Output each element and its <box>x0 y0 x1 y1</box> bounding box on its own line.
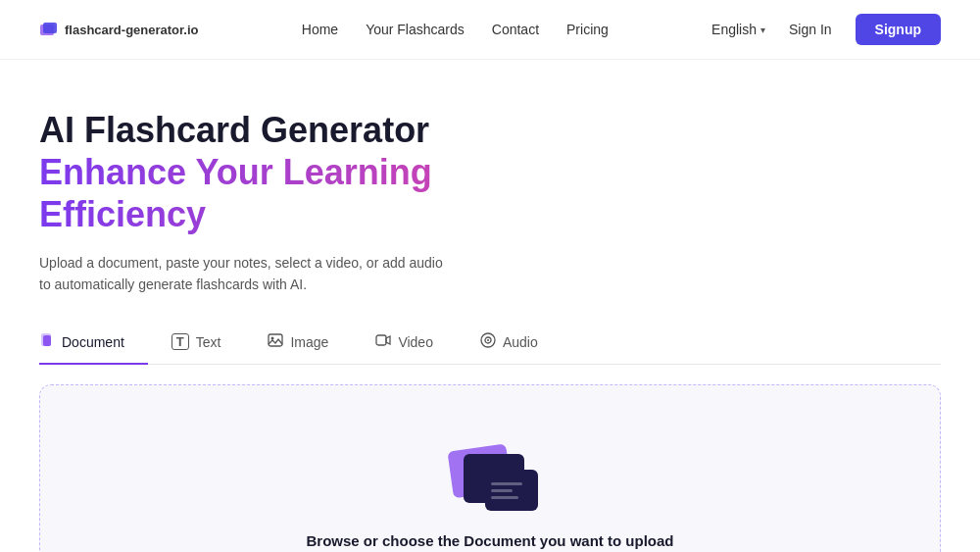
main-nav: Home Your Flashcards Contact Pricing <box>302 22 609 37</box>
nav-pricing[interactable]: Pricing <box>566 22 609 37</box>
svg-rect-6 <box>376 335 386 345</box>
card-line-3 <box>491 496 518 499</box>
svg-point-5 <box>271 337 274 340</box>
chevron-down-icon: ▾ <box>760 25 765 35</box>
tab-audio-label: Audio <box>503 334 538 350</box>
card-front-inner <box>485 470 538 511</box>
logo[interactable]: flashcard-generator.io <box>39 20 199 39</box>
svg-rect-4 <box>269 334 282 346</box>
tabs-bar: Document T Text Image Video Audio <box>39 325 941 365</box>
signup-button[interactable]: Signup <box>856 14 941 45</box>
nav-home[interactable]: Home <box>302 22 338 37</box>
header: flashcard-generator.io Home Your Flashca… <box>0 0 980 60</box>
card-front-decoration <box>464 454 524 503</box>
language-selector[interactable]: English ▾ <box>711 22 765 37</box>
tabs-section: Document T Text Image Video Audio <box>0 295 980 365</box>
tab-image[interactable]: Image <box>268 325 352 365</box>
hero-title-line1: AI Flashcard Generator <box>39 109 647 151</box>
hero-description: Upload a document, paste your notes, sel… <box>39 252 451 296</box>
upload-title: Browse or choose the Document you want t… <box>306 532 673 549</box>
nav-contact[interactable]: Contact <box>492 22 539 37</box>
svg-rect-1 <box>43 23 57 33</box>
logo-text: flashcard-generator.io <box>65 23 199 37</box>
card-line-2 <box>491 489 513 492</box>
audio-icon <box>480 332 496 351</box>
text-icon: T <box>172 333 189 350</box>
tab-video-label: Video <box>398 334 433 350</box>
video-icon <box>375 332 391 351</box>
document-icon <box>39 332 55 351</box>
hero-title-gradient: Enhance Your Learning Efficiency <box>39 151 647 235</box>
header-right: English ▾ Sign In Signup <box>711 14 941 45</box>
tab-text[interactable]: T Text <box>172 325 245 365</box>
upload-dropzone[interactable]: Browse or choose the Document you want t… <box>39 384 941 552</box>
tab-document-label: Document <box>62 334 124 350</box>
upload-section: Browse or choose the Document you want t… <box>0 365 980 552</box>
tab-text-label: Text <box>196 334 221 350</box>
upload-illustration <box>446 444 534 513</box>
svg-point-9 <box>487 339 489 341</box>
image-icon <box>268 332 283 351</box>
hero-title-line2: Enhance Your Learning <box>39 152 432 192</box>
lang-label: English <box>711 22 757 37</box>
hero-title-line3: Efficiency <box>39 194 206 234</box>
hero-section: AI Flashcard Generator Enhance Your Lear… <box>0 60 686 295</box>
nav-flashcards[interactable]: Your Flashcards <box>366 22 465 37</box>
tab-audio[interactable]: Audio <box>480 325 562 365</box>
signin-button[interactable]: Sign In <box>779 16 842 43</box>
card-line-1 <box>491 482 522 485</box>
svg-rect-3 <box>43 335 51 346</box>
tab-image-label: Image <box>290 334 328 350</box>
tab-document[interactable]: Document <box>39 325 148 365</box>
tab-video[interactable]: Video <box>375 325 457 365</box>
